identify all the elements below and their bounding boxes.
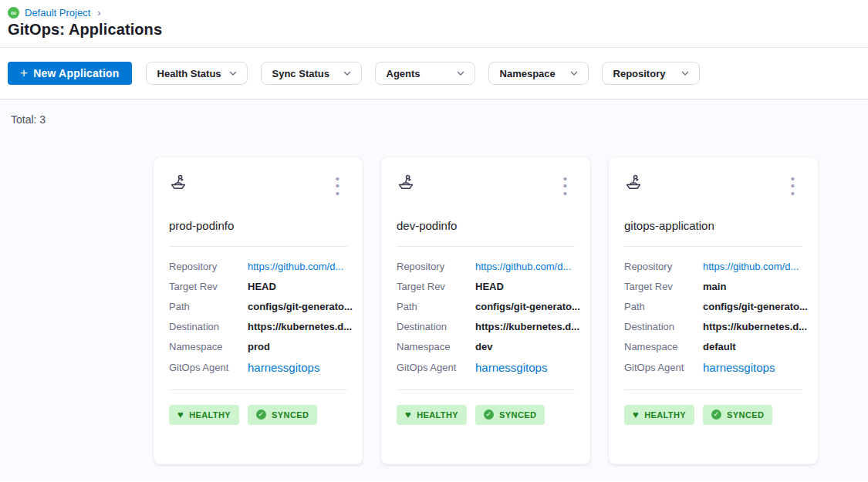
card-fields: Repository https://github.com/d... Targe… [624, 257, 802, 379]
field-row: Destination https://kubernetes.d... [397, 317, 575, 337]
badge-label: HEALTHY [417, 410, 458, 420]
badge-label: SYNCED [499, 410, 536, 420]
field-row: Target Rev main [624, 277, 802, 297]
filter-sync-status-label: Sync Status [272, 68, 329, 79]
field-label: Namespace [624, 341, 703, 352]
field-row: Namespace dev [397, 337, 575, 357]
heart-icon: ♥ [405, 410, 411, 420]
filter-agents[interactable]: Agents [375, 62, 475, 85]
field-label: Destination [624, 321, 703, 332]
badge-label: SYNCED [727, 410, 764, 420]
heart-icon: ♥ [633, 410, 639, 420]
field-label: Repository [169, 261, 248, 272]
field-value: https://kubernetes.d... [475, 321, 579, 332]
badge-label: HEALTHY [644, 410, 686, 420]
field-row: GitOps Agent harnessgitops [397, 357, 575, 379]
badge-label: SYNCED [272, 410, 309, 420]
application-card-gitops-application[interactable]: ••• gitops-application Repository https:… [609, 157, 818, 464]
chevron-down-icon [681, 69, 690, 78]
field-label: Path [624, 301, 703, 312]
project-infinity-icon: ∞ [8, 7, 19, 19]
check-circle-icon: ✓ [711, 410, 721, 420]
field-row: Path configs/git-generato... [169, 297, 347, 317]
field-value: configs/git-generato... [248, 301, 353, 312]
chevron-down-icon [456, 69, 465, 78]
status-badge: ♥ HEALTHY [624, 405, 694, 425]
application-card-prod-podinfo[interactable]: ••• prod-podinfo Repository https://gith… [154, 157, 363, 464]
field-label: Repository [624, 261, 703, 272]
field-label: Repository [397, 261, 475, 272]
field-row: Namespace prod [169, 337, 347, 357]
breadcrumb: ∞ Default Project › [8, 7, 868, 19]
status-badge: ♥ HEALTHY [169, 405, 239, 425]
check-circle-icon: ✓ [484, 410, 494, 420]
content-area: Total: 3 ••• prod-podinfo Repository htt… [0, 99, 868, 481]
field-value: main [703, 281, 726, 292]
heart-icon: ♥ [177, 410, 184, 420]
field-value: configs/git-generato... [703, 301, 808, 312]
field-label: Namespace [169, 341, 248, 352]
field-row: GitOps Agent harnessgitops [624, 357, 802, 379]
divider [624, 246, 802, 247]
chevron-right-icon: › [97, 7, 100, 19]
field-label: Path [169, 301, 248, 312]
breadcrumb-project-link[interactable]: Default Project [25, 7, 90, 19]
divider [169, 246, 347, 247]
filter-repository[interactable]: Repository [602, 62, 700, 85]
field-label: GitOps Agent [624, 362, 703, 373]
field-label: GitOps Agent [397, 362, 475, 373]
field-value: prod [248, 341, 270, 352]
filter-bar: Health Status Sync Status Agents Namespa… [146, 62, 700, 85]
divider [397, 389, 575, 390]
field-row: Repository https://github.com/d... [169, 257, 347, 277]
card-title: prod-podinfo [169, 219, 347, 232]
card-top-row: ••• [169, 174, 347, 197]
filter-health-status[interactable]: Health Status [146, 62, 248, 85]
card-badges: ♥ HEALTHY ✓ SYNCED [169, 405, 347, 425]
field-value-link[interactable]: https://github.com/d... [703, 261, 799, 272]
kebab-menu-icon[interactable]: ••• [789, 174, 802, 197]
filter-sync-status[interactable]: Sync Status [261, 62, 362, 85]
kebab-menu-icon[interactable]: ••• [562, 174, 575, 197]
divider [169, 389, 347, 390]
divider [624, 389, 802, 390]
status-badge: ✓ SYNCED [703, 405, 772, 425]
card-top-row: ••• [624, 174, 802, 197]
card-title: dev-podinfo [397, 219, 575, 232]
field-label: Destination [397, 321, 475, 332]
card-fields: Repository https://github.com/d... Targe… [397, 257, 575, 379]
field-row: Destination https://kubernetes.d... [624, 317, 802, 337]
field-value: https://kubernetes.d... [248, 321, 352, 332]
field-row: Destination https://kubernetes.d... [169, 317, 347, 337]
status-badge: ✓ SYNCED [475, 405, 545, 425]
field-value: dev [475, 341, 492, 352]
new-application-button[interactable]: + New Application [8, 62, 132, 85]
kebab-menu-icon[interactable]: ••• [334, 174, 347, 197]
field-label: Target Rev [624, 281, 703, 292]
total-count: Total: 3 [11, 113, 46, 126]
page-title: GitOps: Applications [8, 21, 868, 39]
field-value: configs/git-generato... [475, 301, 580, 312]
field-value-link[interactable]: harnessgitops [248, 361, 319, 374]
field-row: Target Rev HEAD [397, 277, 575, 297]
filter-namespace[interactable]: Namespace [488, 62, 589, 85]
check-circle-icon: ✓ [256, 410, 266, 420]
card-badges: ♥ HEALTHY ✓ SYNCED [624, 405, 802, 425]
field-row: Namespace default [624, 337, 802, 357]
field-value-link[interactable]: harnessgitops [703, 361, 775, 374]
card-badges: ♥ HEALTHY ✓ SYNCED [397, 405, 575, 425]
chevron-down-icon [569, 69, 579, 78]
field-row: Repository https://github.com/d... [397, 257, 575, 277]
application-card-dev-podinfo[interactable]: ••• dev-podinfo Repository https://githu… [381, 157, 590, 464]
status-badge: ♥ HEALTHY [397, 405, 467, 425]
page-header: ∞ Default Project › GitOps: Applications [0, 0, 868, 48]
field-value-link[interactable]: https://github.com/d... [248, 261, 343, 272]
field-row: Target Rev HEAD [169, 277, 347, 297]
field-value-link[interactable]: https://github.com/d... [475, 261, 571, 272]
chevron-down-icon [228, 69, 238, 78]
field-value-link[interactable]: harnessgitops [475, 361, 547, 374]
field-label: GitOps Agent [169, 362, 248, 373]
field-row: Path configs/git-generato... [397, 297, 575, 317]
cards-grid: ••• prod-podinfo Repository https://gith… [154, 157, 818, 464]
filter-agents-label: Agents [387, 68, 420, 79]
